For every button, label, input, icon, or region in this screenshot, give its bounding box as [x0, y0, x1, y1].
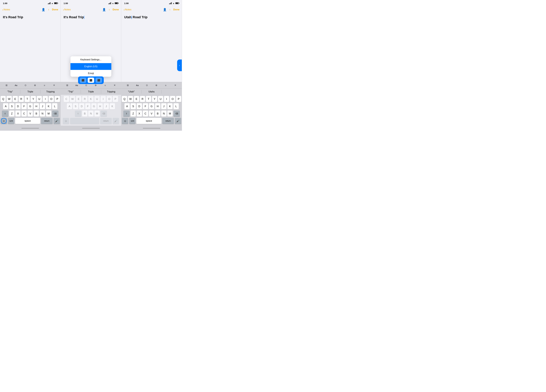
key-123-3[interactable]: 123: [129, 118, 136, 124]
key-A-3[interactable]: A: [124, 103, 130, 109]
toolbar-pen-btn-3[interactable]: ⍟: [163, 83, 168, 88]
suggestion-2-1[interactable]: Triple: [81, 90, 101, 94]
key-mic-3[interactable]: 🎤: [175, 118, 181, 124]
key-J-1[interactable]: J: [40, 103, 45, 109]
toolbar-close-btn-3[interactable]: ✕: [173, 83, 178, 88]
key-delete-1[interactable]: ⌫: [52, 110, 58, 117]
kb-type-center[interactable]: ⬛: [88, 77, 94, 83]
suggestion-1-2[interactable]: Tripping: [40, 90, 61, 94]
key-W-1[interactable]: W: [6, 96, 12, 102]
key-return-1[interactable]: return: [41, 118, 53, 124]
add-person-icon-3[interactable]: 👤: [163, 8, 167, 11]
key-G-2[interactable]: G: [91, 103, 97, 109]
share-icon-1[interactable]: ↑: [48, 8, 49, 11]
back-button-3[interactable]: ‹ Notes: [124, 8, 131, 11]
key-T-1[interactable]: T: [25, 96, 30, 102]
key-E-1[interactable]: E: [13, 96, 18, 102]
toolbar-check-btn-3[interactable]: ⊙: [144, 83, 150, 88]
key-return-2[interactable]: return: [100, 118, 112, 124]
key-shift-1[interactable]: ⇧: [2, 110, 8, 117]
done-button-1[interactable]: Done: [52, 8, 58, 11]
suggestion-1-1[interactable]: Triple: [20, 90, 40, 94]
key-S-1[interactable]: S: [9, 103, 14, 109]
suggestion-2-0[interactable]: "Trip": [61, 90, 81, 94]
key-Q-1[interactable]: Q: [0, 96, 6, 102]
key-G-3[interactable]: G: [149, 103, 154, 109]
kb-type-right[interactable]: ⬛: [96, 77, 102, 83]
key-W-2[interactable]: W: [70, 96, 75, 102]
key-shift-2[interactable]: ⇧: [75, 110, 81, 117]
key-L-3[interactable]: L: [174, 103, 179, 109]
key-L-1[interactable]: L: [52, 103, 57, 109]
toolbar-aa-btn-2[interactable]: Aa: [74, 83, 79, 88]
suggestion-3-1[interactable]: Utahs: [142, 90, 162, 94]
key-R-1[interactable]: R: [19, 96, 24, 102]
key-S-2[interactable]: S: [73, 103, 78, 109]
key-Z-1[interactable]: Z: [9, 110, 14, 117]
key-P-1[interactable]: P: [55, 96, 60, 102]
key-D-3[interactable]: D: [137, 103, 142, 109]
key-T-3[interactable]: T: [146, 96, 151, 102]
swipe-handle-3[interactable]: ‹: [177, 59, 182, 71]
key-Y-1[interactable]: Y: [31, 96, 36, 102]
suggestion-2-2[interactable]: Tripping: [101, 90, 121, 94]
back-button-1[interactable]: ‹ Notes: [2, 8, 10, 11]
toolbar-plus-btn-1[interactable]: ⊕: [32, 83, 38, 88]
key-N-3[interactable]: N: [161, 110, 167, 117]
popup-emoji[interactable]: Emoji: [71, 70, 111, 77]
key-I-3[interactable]: I: [164, 96, 169, 102]
key-mic-1[interactable]: 🎤: [53, 118, 60, 124]
key-K-3[interactable]: K: [167, 103, 173, 109]
toolbar-plus-btn-3[interactable]: ⊕: [154, 83, 159, 88]
suggestion-1-0[interactable]: "Trip": [0, 90, 20, 94]
key-U-1[interactable]: U: [37, 96, 42, 102]
key-T-2[interactable]: K: [88, 96, 94, 102]
key-W-3[interactable]: W: [128, 96, 133, 102]
key-space-1[interactable]: space: [15, 118, 40, 124]
toolbar-check-btn-1[interactable]: ⊙: [23, 83, 28, 88]
key-O-3[interactable]: O: [170, 96, 175, 102]
key-F-3[interactable]: F: [143, 103, 148, 109]
key-A-1[interactable]: A: [3, 103, 8, 109]
toolbar-table-btn-3[interactable]: ⊞: [125, 83, 130, 88]
kb-type-left[interactable]: ⬛: [80, 77, 86, 83]
key-K-1[interactable]: K: [46, 103, 51, 109]
key-N-2[interactable]: N: [88, 110, 94, 117]
toolbar-close-btn-1[interactable]: ✕: [51, 83, 57, 88]
key-J-3[interactable]: J: [161, 103, 167, 109]
note-content-3[interactable]: Utah Road Trip: [121, 13, 182, 82]
add-person-icon-2[interactable]: 👤: [102, 8, 106, 11]
key-X-3[interactable]: X: [137, 110, 142, 117]
note-content-1[interactable]: It's Road Trip: [0, 13, 61, 82]
key-H-1[interactable]: H: [34, 103, 39, 109]
key-emoji-2[interactable]: ☺: [63, 118, 69, 124]
key-S-3[interactable]: S: [130, 103, 136, 109]
share-icon-3[interactable]: ↑: [169, 8, 171, 11]
done-button-3[interactable]: Done: [173, 8, 180, 11]
suggestion-3-0[interactable]: "Utah": [121, 90, 142, 94]
key-H-3[interactable]: H: [155, 103, 160, 109]
key-E-3[interactable]: E: [134, 96, 139, 102]
key-123-1[interactable]: 123: [8, 118, 14, 124]
key-H-2[interactable]: H: [98, 103, 103, 109]
key-B-3[interactable]: B: [155, 110, 160, 117]
key-shift-3[interactable]: ⇧: [123, 110, 130, 117]
share-icon-2[interactable]: ↑: [109, 8, 110, 11]
key-Y-3[interactable]: Y: [152, 96, 157, 102]
toolbar-aa-btn-1[interactable]: Aa: [13, 83, 19, 88]
key-U-3[interactable]: U: [158, 96, 163, 102]
key-F-1[interactable]: F: [21, 103, 27, 109]
key-delete-3[interactable]: ⌫: [174, 110, 180, 117]
key-B-1[interactable]: B: [34, 110, 39, 117]
key-V-3[interactable]: V: [149, 110, 154, 117]
key-Q-2[interactable]: C: [64, 96, 69, 102]
done-button-2[interactable]: Done: [113, 8, 119, 11]
key-N-1[interactable]: N: [40, 110, 45, 117]
key-R-2[interactable]: R: [82, 96, 87, 102]
toolbar-table-btn-1[interactable]: ⊞: [4, 83, 9, 88]
key-V-1[interactable]: V: [28, 110, 33, 117]
key-D-2[interactable]: D: [79, 103, 84, 109]
key-R-3[interactable]: R: [140, 96, 145, 102]
key-P-2[interactable]: P: [113, 96, 118, 102]
key-emoji-3[interactable]: ☺: [122, 118, 128, 124]
